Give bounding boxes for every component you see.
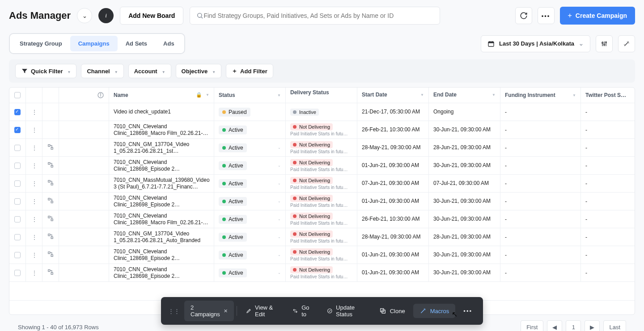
campaign-name[interactable]: Video id check_update1 [114, 109, 171, 115]
page-first[interactable]: First [521, 320, 543, 331]
campaign-name[interactable]: 7010_CNN_GM_137704_Video 1_05.28.21-06.2… [114, 230, 209, 244]
chevron-down-icon[interactable]: ⌄ [278, 235, 281, 239]
status-badge[interactable]: Active [219, 251, 247, 260]
delivery-subtext: Paid Initiative Starts in futu… [290, 274, 347, 279]
hierarchy-icon[interactable] [47, 233, 54, 241]
chevron-down-icon[interactable]: ⌄ [278, 199, 281, 203]
view-edit-button[interactable]: View & Edit [240, 301, 284, 321]
tab-ads[interactable]: Ads [155, 36, 182, 51]
chevron-down-icon[interactable]: ⌄ [278, 253, 281, 257]
clear-selection[interactable]: ✕ [224, 308, 228, 314]
status-badge[interactable]: Active [219, 143, 247, 152]
chevron-down-icon[interactable]: ⌄ [278, 181, 281, 185]
col-delivery-status[interactable]: Delivery Status [290, 89, 329, 101]
col-end-date[interactable]: End Date [433, 92, 492, 99]
row-menu[interactable]: ⋮ [26, 139, 42, 156]
add-new-board-button[interactable]: Add New Board [120, 7, 183, 25]
more-actions[interactable]: ••• [457, 304, 479, 318]
col-start-date[interactable]: Start Date [362, 92, 420, 99]
campaign-name[interactable]: 7010_CNN_Cleveland Clinic_128698_Episode… [114, 195, 209, 208]
page-last[interactable]: Last [603, 320, 626, 331]
delivery-subtext: Paid Initiative Starts in futu… [290, 256, 347, 261]
row-menu[interactable]: ⋮ [26, 264, 42, 281]
clone-button[interactable]: Clone [373, 304, 411, 318]
row-menu[interactable]: ⋮ [26, 121, 42, 138]
filter-objective[interactable]: Objective [176, 64, 221, 78]
row-checkbox[interactable] [14, 270, 21, 276]
columns-settings-button[interactable] [596, 35, 613, 52]
hierarchy-icon[interactable] [47, 215, 54, 223]
row-menu[interactable]: ⋮ [26, 210, 42, 228]
chevron-down-icon[interactable]: ⌄ [278, 271, 281, 275]
campaign-name[interactable]: 7010_CNN_Cleveland Clinic_128698_Episode… [114, 266, 209, 280]
col-name[interactable]: Name [114, 92, 192, 99]
start-date-cell: 26-Feb-21, 10:30:00 AM [357, 210, 429, 228]
status-badge[interactable]: Active [219, 233, 247, 242]
row-checkbox[interactable] [14, 180, 21, 187]
row-menu[interactable]: ⋮ [26, 157, 42, 174]
campaign-name[interactable]: 7010_CNN_Cleveland Clinic_128698_Macro F… [114, 213, 209, 226]
magic-button[interactable] [618, 35, 635, 52]
status-badge[interactable]: Active [219, 215, 247, 224]
campaign-name[interactable]: 7010_CNN_GM_137704_Video 1_05.28.21-06.2… [114, 141, 209, 155]
info-icon: i [105, 12, 107, 19]
row-checkbox[interactable] [14, 145, 21, 151]
chevron-down-icon[interactable]: ⌄ [278, 146, 281, 150]
row-menu[interactable]: ⋮ [26, 103, 42, 121]
row-checkbox[interactable] [14, 109, 21, 115]
hierarchy-icon[interactable] [47, 162, 54, 169]
hierarchy-icon[interactable] [47, 180, 54, 187]
status-badge[interactable]: Active [219, 161, 247, 170]
row-menu[interactable]: ⋮ [26, 193, 42, 210]
chevron-down-icon[interactable]: ⌄ [278, 163, 281, 168]
goto-button[interactable]: Go to [286, 301, 319, 321]
row-menu[interactable]: ⋮ [26, 228, 42, 246]
update-status-button[interactable]: Update Status [321, 301, 371, 321]
tab-strategy-group[interactable]: Strategy Group [12, 36, 70, 51]
hierarchy-icon[interactable] [47, 269, 54, 277]
campaign-name[interactable]: 7010_CNN_MassMutual_139680_Video 3 (St P… [114, 177, 209, 190]
hierarchy-icon[interactable] [47, 251, 54, 259]
macros-button[interactable]: Macros [413, 304, 456, 318]
sort-icon[interactable]: ▼ [206, 93, 209, 97]
status-badge[interactable]: Active [219, 179, 247, 188]
tab-ad-sets[interactable]: Ad Sets [118, 36, 155, 51]
hierarchy-icon[interactable] [47, 197, 54, 205]
filter-channel[interactable]: Channel [81, 64, 123, 78]
row-menu[interactable]: ⋮ [26, 246, 42, 264]
chevron-down-icon[interactable]: ⌄ [278, 217, 281, 221]
col-status[interactable]: Status [219, 92, 275, 98]
status-badge[interactable]: Active [219, 197, 247, 206]
page-current[interactable]: 1 [566, 320, 581, 331]
filter-account[interactable]: Account [128, 64, 171, 78]
campaign-name[interactable]: 7010_CNN_Cleveland Clinic_128698_Episode… [114, 159, 209, 172]
row-checkbox[interactable] [14, 127, 21, 133]
row-checkbox[interactable] [14, 216, 21, 222]
select-all-checkbox[interactable] [14, 92, 21, 98]
row-checkbox[interactable] [14, 234, 21, 240]
add-filter-button[interactable]: ＋Add Filter [226, 64, 273, 78]
date-range-picker[interactable]: Last 30 Days | Asia/Kolkata ⌄ [481, 35, 590, 52]
status-badge[interactable]: Active [219, 268, 247, 277]
search-input[interactable] [203, 12, 433, 19]
row-menu[interactable]: ⋮ [26, 175, 42, 192]
tab-campaigns[interactable]: Campaigns [70, 36, 118, 51]
title-dropdown[interactable]: ⌄ [77, 8, 92, 23]
create-campaign-button[interactable]: Create Campaign [560, 7, 636, 25]
row-checkbox[interactable] [14, 198, 21, 205]
campaign-name[interactable]: 7010_CNN_Cleveland Clinic_128698_Episode… [114, 248, 209, 262]
col-funding[interactable]: Funding Instrument [505, 92, 572, 98]
quick-filter-button[interactable]: Quick Filter [15, 64, 76, 78]
drag-handle-icon[interactable]: ⋮⋮ [165, 308, 182, 314]
more-button[interactable]: ••• [538, 7, 555, 24]
page-prev[interactable]: ◀ [547, 320, 562, 331]
row-checkbox[interactable] [14, 163, 21, 169]
page-next[interactable]: ▶ [585, 320, 600, 331]
hierarchy-icon[interactable] [47, 144, 54, 151]
col-twitter-post[interactable]: Twitter Post S… [585, 92, 635, 98]
refresh-button[interactable] [515, 7, 532, 24]
funding-cell: - [500, 139, 581, 156]
info-button[interactable]: i [98, 8, 114, 23]
campaign-name[interactable]: 7010_CNN_Cleveland Clinic_128698_Macro F… [114, 123, 209, 137]
row-checkbox[interactable] [14, 252, 21, 258]
